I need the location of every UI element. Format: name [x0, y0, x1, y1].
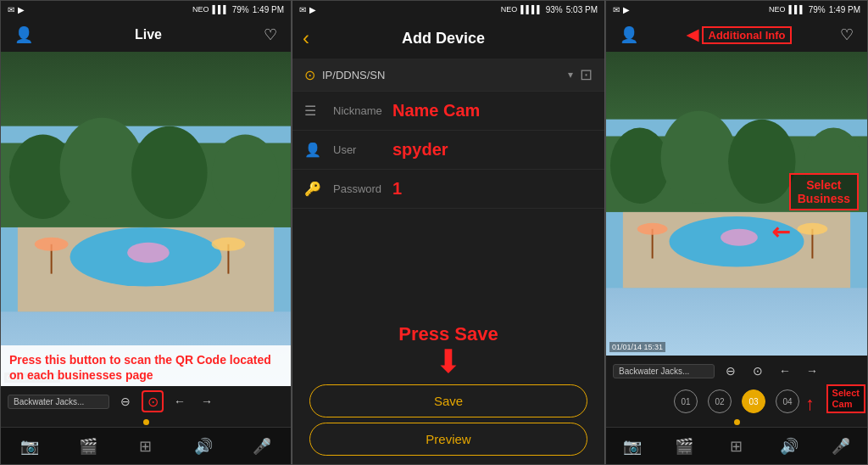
left-status-bar: ✉ ▶ NEO ▌▌▌ 79% 1:49 PM	[1, 1, 291, 18]
left-qr-scan-icon[interactable]: ⊙	[142, 390, 164, 412]
mid-password-icon: 🔑	[304, 181, 326, 197]
right-select-business-box: Select Business	[789, 173, 859, 210]
mid-password-label: Password	[333, 182, 392, 195]
mid-chevron-icon: ▾	[568, 69, 573, 81]
svg-point-4	[131, 126, 207, 219]
mid-signal-bars: ▌▌▌▌	[520, 5, 542, 14]
right-additional-info-container: ◀ Additional Info	[642, 25, 837, 44]
left-nav-grid-icon[interactable]: ⊞	[131, 431, 161, 462]
mid-form-area: ⊙ IP/DDNS/SN ▾ ⊡ ☰ Nickname Name Cam 👤 U…	[292, 59, 604, 464]
mid-scan-icon[interactable]: ⊡	[580, 65, 593, 84]
right-status-bar: ✉ ▶ NEO ▌▌▌ 79% 1:49 PM	[606, 1, 867, 18]
mid-ip-label: IP/DDNS/SN	[322, 69, 568, 81]
right-arrow-right-icon[interactable]: →	[801, 360, 823, 382]
left-dot	[143, 419, 149, 425]
mid-user-row: 👤 User spyder	[292, 131, 604, 170]
right-phone-panel: ✉ ▶ NEO ▌▌▌ 79% 1:49 PM 👤 ◀ Additional I…	[605, 0, 868, 465]
mid-nickname-value[interactable]: Name Cam	[392, 101, 593, 120]
mid-camera-circle-icon: ⊙	[304, 67, 315, 83]
right-nav-speaker-icon[interactable]: 🔊	[774, 431, 804, 462]
left-bottom-toolbar: Backwater Jacks... ⊖ ⊙ ← →	[1, 386, 291, 417]
left-dot-indicator	[1, 417, 291, 427]
mid-save-button[interactable]: Save	[309, 384, 587, 417]
left-video-scene	[1, 52, 291, 386]
right-mail-icon: ✉	[613, 5, 620, 14]
right-nav-mic-icon[interactable]: 🎤	[826, 431, 856, 462]
right-cam-02[interactable]: 02	[708, 389, 732, 413]
right-nav-video-icon[interactable]: 🎬	[669, 431, 699, 462]
left-nav-video-icon[interactable]: 🎬	[73, 431, 103, 462]
right-dot	[734, 419, 740, 425]
left-person-icon[interactable]: 👤	[11, 24, 36, 46]
left-battery: 79%	[232, 5, 249, 14]
left-app-title: Live	[135, 27, 162, 42]
left-nav-camera-icon[interactable]: 📷	[14, 431, 45, 462]
right-signal-text: NEO	[769, 5, 786, 14]
right-battery: 79%	[809, 5, 826, 14]
mid-phone-panel: ✉ ▶ NEO ▌▌▌▌ 93% 5:03 PM ‹ Add Device ⊙ …	[292, 0, 605, 465]
right-arrow-left-icon[interactable]: ←	[774, 360, 796, 382]
left-signal-bars: ▌▌▌	[213, 5, 229, 14]
mid-back-button[interactable]: ‹	[303, 26, 309, 50]
svg-point-16	[661, 111, 737, 204]
svg-point-3	[60, 118, 144, 219]
svg-point-25	[721, 229, 758, 246]
mid-time: 5:03 PM	[566, 5, 598, 14]
svg-point-5	[212, 135, 280, 219]
mid-user-icon: 👤	[304, 142, 326, 158]
right-minus-circle-icon[interactable]: ⊖	[720, 360, 742, 382]
mid-signal-text: NEO	[501, 5, 518, 14]
right-qr-icon[interactable]: ⊙	[747, 360, 769, 382]
right-nav-grid-icon[interactable]: ⊞	[721, 431, 752, 462]
right-cam-label: Backwater Jacks...	[613, 364, 715, 378]
right-additional-info-label: Additional Info	[702, 26, 793, 44]
mid-user-label: User	[333, 143, 392, 156]
svg-point-12	[127, 243, 170, 263]
mid-password-value[interactable]: 1	[392, 179, 593, 199]
mid-nickname-label: Nickname	[333, 104, 392, 117]
right-cam-04[interactable]: 04	[776, 389, 799, 413]
svg-point-17	[728, 120, 795, 204]
right-person-icon[interactable]: 👤	[616, 24, 642, 46]
mid-nickname-icon: ☰	[304, 103, 326, 119]
right-video-area: 01/01/14 15:31 Select Business ↙	[606, 52, 867, 356]
left-time: 1:49 PM	[253, 5, 284, 14]
mid-preview-button[interactable]: Preview	[309, 423, 587, 456]
left-cam-label: Backwater Jacks...	[8, 395, 109, 409]
left-minus-circle-icon[interactable]: ⊖	[114, 390, 136, 412]
left-bottom-nav: 📷 🎬 ⊞ 🔊 🎤	[1, 427, 291, 464]
mid-app-title: Add Device	[320, 30, 567, 48]
mid-password-row: 🔑 Password 1	[292, 170, 604, 209]
right-select-cam-box: Select Cam	[826, 384, 865, 413]
mid-ip-row[interactable]: ⊙ IP/DDNS/SN ▾ ⊡	[292, 59, 604, 92]
right-play-icon: ▶	[623, 5, 630, 14]
left-signal-text: NEO	[192, 5, 209, 14]
mid-user-value[interactable]: spyder	[392, 140, 593, 160]
mid-press-save-label: Press Save	[292, 317, 604, 345]
right-heart-icon[interactable]: ♡	[837, 24, 857, 46]
mid-nickname-row: ☰ Nickname Name Cam	[292, 92, 604, 131]
svg-point-9	[35, 238, 69, 251]
left-nav-mic-icon[interactable]: 🎤	[247, 431, 277, 462]
svg-point-15	[610, 128, 670, 204]
left-arrow-left-icon[interactable]: ←	[169, 390, 191, 412]
left-phone-panel: ✉ ▶ NEO ▌▌▌ 79% 1:49 PM 👤 Live ♡	[0, 0, 292, 465]
right-time: 1:49 PM	[829, 5, 860, 14]
right-cam-03[interactable]: 03	[742, 389, 765, 413]
right-app-bar: 👤 ◀ Additional Info ♡	[606, 18, 867, 52]
left-nav-speaker-icon[interactable]: 🔊	[188, 431, 219, 462]
svg-point-24	[798, 223, 828, 235]
left-instruction-text: Press this button to scan the QR Code lo…	[1, 345, 291, 386]
left-play-icon: ▶	[18, 5, 25, 14]
right-select-cam-arrow: ↑	[805, 393, 815, 415]
right-nav-camera-icon[interactable]: 📷	[617, 431, 648, 462]
mid-play-icon: ▶	[309, 5, 316, 14]
left-arrow-right-icon[interactable]: →	[196, 390, 218, 412]
left-app-bar: 👤 Live ♡	[1, 18, 291, 52]
mid-status-bar: ✉ ▶ NEO ▌▌▌▌ 93% 5:03 PM	[292, 1, 604, 18]
svg-point-22	[637, 223, 668, 235]
right-cam-01[interactable]: 01	[674, 389, 698, 413]
mid-battery: 93%	[546, 5, 563, 14]
right-signal-bars: ▌▌▌	[789, 5, 805, 14]
left-heart-icon[interactable]: ♡	[260, 24, 281, 46]
